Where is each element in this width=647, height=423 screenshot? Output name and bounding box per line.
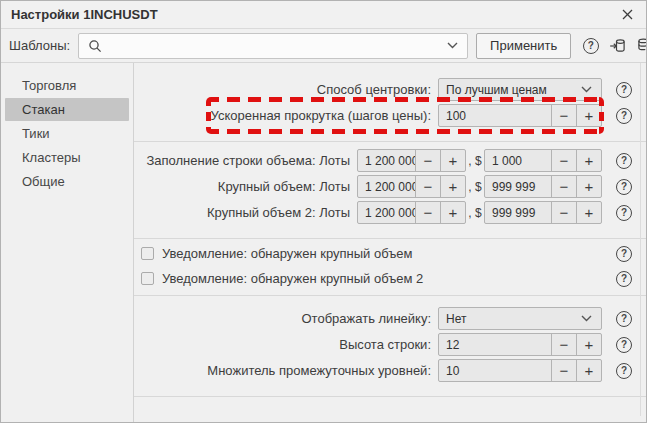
sidebar-item-trading[interactable]: Торговля bbox=[5, 74, 129, 97]
sidebar-item-clusters[interactable]: Кластеры bbox=[5, 146, 129, 169]
intermediate-levels-stepper: 10 − + bbox=[438, 359, 602, 382]
settings-dialog: Настройки 1INCHUSDT Шаблоны: Применить ? bbox=[0, 0, 647, 423]
increment-button[interactable]: + bbox=[576, 360, 601, 381]
export-template-button[interactable] bbox=[635, 36, 647, 55]
stepper-value[interactable]: 1 200 000 bbox=[358, 180, 415, 194]
decrement-button[interactable]: − bbox=[551, 105, 576, 126]
close-button[interactable] bbox=[618, 6, 636, 24]
row-ruler: Отображать линейку: Нет ? bbox=[134, 307, 646, 330]
decrement-button[interactable]: − bbox=[551, 360, 576, 381]
chevron-down-icon bbox=[581, 86, 592, 93]
apply-button[interactable]: Применить bbox=[476, 33, 571, 59]
import-template-button[interactable] bbox=[608, 36, 627, 55]
increment-button[interactable]: + bbox=[440, 202, 465, 223]
chevron-down-icon bbox=[581, 315, 592, 322]
section-display: Отображать линейку: Нет ? Высота строки:… bbox=[134, 296, 646, 397]
stepper-value[interactable]: 12 bbox=[439, 338, 551, 352]
row-label: Высота строки: bbox=[134, 337, 431, 352]
big-volume-2-usd-stepper: 999 999 − + bbox=[484, 201, 602, 224]
usd-separator: , $ bbox=[466, 154, 484, 168]
help-icon[interactable]: ? bbox=[616, 153, 632, 169]
help-icon[interactable]: ? bbox=[616, 311, 632, 327]
decrement-button[interactable]: − bbox=[551, 202, 576, 223]
increment-button[interactable]: + bbox=[576, 150, 601, 171]
row-label: Множитель промежуточных уровней: bbox=[134, 363, 431, 378]
decrement-button[interactable]: − bbox=[415, 176, 440, 197]
fast-scroll-stepper: 100 − + bbox=[438, 104, 602, 127]
stepper-value[interactable]: 10 bbox=[439, 364, 551, 378]
increment-button[interactable]: + bbox=[440, 150, 465, 171]
checkbox-label: Уведомление: обнаружен крупный объем bbox=[162, 246, 602, 261]
sidebar-item-dom[interactable]: Стакан bbox=[5, 98, 129, 121]
row-label: Крупный объем: Лоты bbox=[134, 179, 350, 194]
row-volume-fill: Заполнение строки объема: Лоты 1 200 000… bbox=[134, 149, 646, 172]
increment-button[interactable]: + bbox=[576, 105, 601, 126]
help-icon[interactable]: ? bbox=[616, 108, 632, 124]
help-button[interactable]: ? bbox=[581, 36, 600, 55]
templates-toolbar: Шаблоны: Применить ? bbox=[1, 29, 646, 63]
notification-big-volume-checkbox[interactable] bbox=[141, 247, 154, 260]
selected-value: По лучшим ценам bbox=[439, 83, 581, 97]
row-big-volume-2: Крупный объем 2: Лоты 1 200 000 − + , $ … bbox=[134, 201, 646, 224]
template-search-combobox[interactable] bbox=[78, 33, 468, 59]
help-icon[interactable]: ? bbox=[616, 363, 632, 379]
row-intermediate-levels: Множитель промежуточных уровней: 10 − + … bbox=[134, 359, 646, 382]
decrement-button[interactable]: − bbox=[551, 176, 576, 197]
big-volume-2-lots-stepper: 1 200 000 − + bbox=[357, 201, 466, 224]
row-centering-method: Способ центровки: По лучшим ценам ? bbox=[134, 78, 646, 101]
section-notifications: Уведомление: обнаружен крупный объем ? У… bbox=[134, 243, 646, 296]
toolbar-icons: ? bbox=[581, 36, 647, 55]
checkbox-label: Уведомление: обнаружен крупный объем 2 bbox=[162, 271, 602, 286]
row-height-stepper: 12 − + bbox=[438, 333, 602, 356]
big-volume-usd-stepper: 999 999 − + bbox=[484, 175, 602, 198]
usd-separator: , $ bbox=[466, 206, 484, 220]
big-volume-lots-stepper: 1 200 000 − + bbox=[357, 175, 466, 198]
close-icon bbox=[622, 9, 633, 20]
titlebar: Настройки 1INCHUSDT bbox=[1, 1, 646, 29]
chevron-down-icon[interactable] bbox=[447, 42, 458, 49]
volume-fill-usd-stepper: 1 000 − + bbox=[484, 149, 602, 172]
import-template-icon bbox=[609, 37, 626, 54]
row-label: Отображать линейку: bbox=[134, 311, 431, 326]
row-label: Ускоренная прокрутка (шагов цены): bbox=[134, 108, 431, 123]
increment-button[interactable]: + bbox=[576, 176, 601, 197]
centering-method-select[interactable]: По лучшим ценам bbox=[438, 78, 602, 101]
stepper-value[interactable]: 1 200 000 bbox=[358, 206, 415, 220]
stepper-value[interactable]: 999 999 bbox=[485, 180, 551, 194]
increment-button[interactable]: + bbox=[576, 202, 601, 223]
section-centering: Способ центровки: По лучшим ценам ? Уско… bbox=[134, 63, 646, 142]
settings-sidebar: Торговля Стакан Тики Кластеры Общие bbox=[1, 63, 134, 423]
decrement-button[interactable]: − bbox=[415, 150, 440, 171]
sidebar-item-ticks[interactable]: Тики bbox=[5, 122, 129, 145]
decrement-button[interactable]: − bbox=[551, 150, 576, 171]
row-label: Способ центровки: bbox=[134, 82, 431, 97]
decrement-button[interactable]: − bbox=[551, 334, 576, 355]
search-icon bbox=[88, 39, 102, 53]
export-template-icon bbox=[636, 37, 647, 54]
help-icon: ? bbox=[583, 38, 599, 54]
help-icon[interactable]: ? bbox=[616, 179, 632, 195]
row-big-volume: Крупный объем: Лоты 1 200 000 − + , $ 99… bbox=[134, 175, 646, 198]
decrement-button[interactable]: − bbox=[415, 202, 440, 223]
section-volumes: Заполнение строки объема: Лоты 1 200 000… bbox=[134, 142, 646, 239]
help-icon[interactable]: ? bbox=[616, 205, 632, 221]
ruler-select[interactable]: Нет bbox=[438, 307, 602, 330]
stepper-value[interactable]: 1 200 000 bbox=[358, 154, 415, 168]
increment-button[interactable]: + bbox=[576, 334, 601, 355]
sidebar-item-general[interactable]: Общие bbox=[5, 170, 129, 193]
settings-content: Способ центровки: По лучшим ценам ? Уско… bbox=[134, 63, 646, 423]
row-row-height: Высота строки: 12 − + ? bbox=[134, 333, 646, 356]
increment-button[interactable]: + bbox=[440, 176, 465, 197]
stepper-value[interactable]: 999 999 bbox=[485, 206, 551, 220]
stepper-value[interactable]: 1 000 bbox=[485, 154, 551, 168]
dialog-title: Настройки 1INCHUSDT bbox=[11, 7, 158, 22]
stepper-value[interactable]: 100 bbox=[439, 109, 551, 123]
volume-fill-lots-stepper: 1 200 000 − + bbox=[357, 149, 466, 172]
notification-big-volume-2-checkbox[interactable] bbox=[141, 272, 154, 285]
help-icon[interactable]: ? bbox=[616, 271, 632, 287]
help-icon[interactable]: ? bbox=[616, 337, 632, 353]
row-label: Заполнение строки объема: Лоты bbox=[134, 153, 350, 168]
row-fast-scroll: Ускоренная прокрутка (шагов цены): 100 −… bbox=[134, 104, 646, 127]
help-icon[interactable]: ? bbox=[616, 246, 632, 262]
help-icon[interactable]: ? bbox=[616, 82, 632, 98]
